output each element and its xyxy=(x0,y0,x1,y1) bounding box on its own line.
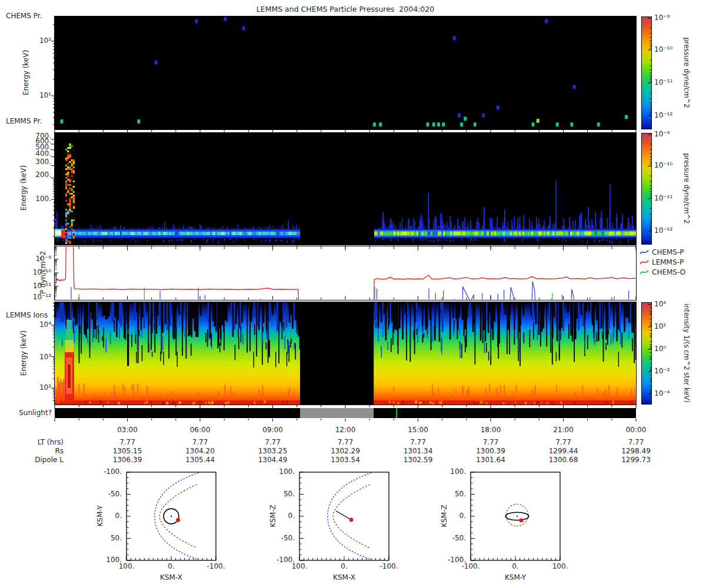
eph-value: 1301.64 xyxy=(464,456,517,465)
mini-xtick-label: 100. xyxy=(108,562,145,571)
lemms-p-line-icon xyxy=(640,259,649,266)
ytick-label-lemms_ions: 10³ xyxy=(16,353,51,362)
pressure-colorbar-middle xyxy=(641,133,652,245)
lemms-pressure-spectrogram-panel xyxy=(54,132,637,245)
mini-xtick-label: -100. xyxy=(370,562,408,571)
lemms-ions-spectrogram-panel xyxy=(54,302,637,405)
ytick-label-pressure: 10⁻⁹ xyxy=(16,255,51,263)
legend-item-chems-p: CHEMS-P xyxy=(640,248,684,256)
spacecraft-dot xyxy=(519,519,523,523)
saturn-dot xyxy=(517,516,518,517)
orbit-plot-frame xyxy=(299,472,389,560)
ytick-label-lemms_pr: 300. xyxy=(16,158,51,166)
eph-value: 7.77 xyxy=(537,438,590,447)
mini-xtick-label: -100. xyxy=(197,562,235,571)
ytick-label-pressure: 10⁻¹¹ xyxy=(16,282,51,290)
ytick-label-lemms_pr: 100. xyxy=(16,195,51,203)
eph-value: 7.77 xyxy=(392,438,445,447)
mini-xtick-label: 100. xyxy=(281,562,318,571)
eph-value: 1305.15 xyxy=(101,447,154,456)
time-tick-label: 12:00 xyxy=(322,426,369,435)
eph-value: 1298.49 xyxy=(610,447,662,456)
mini-yaxis-title: KSM-Z xyxy=(440,490,449,543)
eph-value: 1299.44 xyxy=(537,447,590,456)
spacecraft-dot xyxy=(176,518,180,522)
ytick-label-lemms_pr: 200. xyxy=(16,171,51,179)
eph-value: 7.77 xyxy=(174,438,227,447)
spacecraft-dot xyxy=(349,518,354,522)
eph-value: 7.77 xyxy=(319,438,372,447)
eph-value: 1302.29 xyxy=(319,447,372,456)
saturn-dot xyxy=(171,516,172,517)
orbit-plot-2 xyxy=(471,472,560,560)
eph-row-label-dipole: Dipole L xyxy=(0,456,64,465)
ytick-label-chems_pr: 10¹ xyxy=(16,91,51,100)
eph-row-label-rs: Rs xyxy=(0,447,64,456)
magnetopause-curve xyxy=(159,485,197,548)
eph-value: 1303.25 xyxy=(247,447,299,456)
eph-value: 7.77 xyxy=(101,438,154,447)
mini-xtick-label: 0. xyxy=(152,562,190,571)
mini-ytick-label: -100. xyxy=(92,467,122,476)
eph-value: 1304.20 xyxy=(174,447,227,456)
chems-pressure-spectrogram-panel xyxy=(54,16,637,130)
eph-value: 7.77 xyxy=(247,438,299,447)
ytick-label-pressure: 10⁻¹² xyxy=(16,293,51,302)
bow-shock-curve xyxy=(328,473,372,560)
eph-value: 7.77 xyxy=(610,438,662,447)
mini-xaxis-title: KSM-Y xyxy=(492,573,539,582)
mini-xtick-label: 100. xyxy=(541,562,579,571)
time-tick-label: 00:00 xyxy=(612,426,660,435)
legend-label: CHEMS-O xyxy=(652,268,685,276)
eph-value: 1306.39 xyxy=(101,456,154,465)
trajectory-line xyxy=(336,511,351,520)
pressure-lineplot-panel xyxy=(54,246,637,300)
chems-o-line-icon xyxy=(640,269,649,276)
eph-value: 1305.44 xyxy=(174,456,227,465)
panel-label-lemms-pr: LEMMS Pr. xyxy=(6,117,42,126)
legend-item-lemms-p: LEMMS-P xyxy=(640,258,684,266)
mini-yaxis-title: KSM-Z xyxy=(269,490,278,543)
mini-xaxis-title: KSM-X xyxy=(321,573,368,582)
ytick-label-chems_pr: 10² xyxy=(16,36,51,45)
time-tick-label: 21:00 xyxy=(540,426,587,435)
panel-label-chems-pr: CHEMS Pr. xyxy=(6,12,42,21)
mini-ytick-label: 100. xyxy=(265,467,295,476)
time-tick-label: 03:00 xyxy=(104,426,151,435)
ytick-label-lemms_pr: 400. xyxy=(16,149,51,158)
ytick-label-lemms_ions: 10⁴ xyxy=(16,320,51,329)
legend-label: LEMMS-P xyxy=(652,258,684,266)
mini-xaxis-title: KSM-X xyxy=(148,573,195,582)
mini-xtick-label: 0. xyxy=(497,562,534,571)
colorbar-axis-label: intensity 1/(s cm^2 ster keV) xyxy=(682,292,691,415)
chems-p-line-icon xyxy=(640,249,649,256)
ytick-label-lemms_ions: 10² xyxy=(16,383,51,392)
mini-yaxis-title: KSM-Y xyxy=(96,490,105,543)
eph-row-label-lt: LT (hrs) xyxy=(0,438,64,447)
sunlight-label: Sunlight? xyxy=(0,409,52,417)
time-tick-label: 09:00 xyxy=(249,426,297,435)
colorbar-axis-label: pressure dyne/cm^2 xyxy=(682,127,691,250)
colorbar-axis-label: pressure dyne/cm^2 xyxy=(682,11,691,135)
eph-value: 1300.39 xyxy=(464,447,517,456)
magnetopause-curve xyxy=(333,485,370,548)
bow-shock-curve xyxy=(155,473,199,560)
sunlight-green-mark xyxy=(396,408,397,418)
pressure-colorbar-top xyxy=(641,16,652,129)
legend-item-chems-o: CHEMS-O xyxy=(640,268,685,276)
time-tick-label: 18:00 xyxy=(467,426,514,435)
ytick-label-pressure: 10⁻¹⁰ xyxy=(16,268,51,277)
orbit-plot-frame xyxy=(126,472,216,560)
orbit-plot-0 xyxy=(126,472,216,560)
eph-value: 7.77 xyxy=(464,438,517,447)
eph-value: 1299.73 xyxy=(610,456,662,465)
sunlight-penumbra-segment xyxy=(300,408,374,418)
mini-xtick-label: -100. xyxy=(452,562,489,571)
eph-value: 1304.49 xyxy=(247,456,299,465)
orbit-plot-1 xyxy=(299,472,389,560)
orbit-ellipse xyxy=(505,512,529,520)
orbit-circle xyxy=(164,509,179,524)
page-title: LEMMS and CHEMS Particle Pressures 2004:… xyxy=(55,5,636,14)
magnetopause-circle xyxy=(506,504,528,526)
mini-ytick-label: 100. xyxy=(437,467,466,476)
